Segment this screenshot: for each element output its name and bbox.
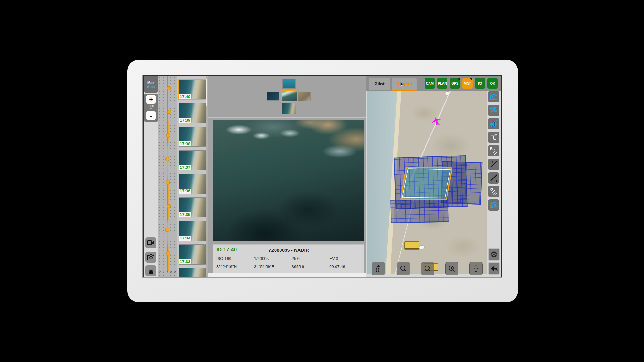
- scrollbar-thumb[interactable]: [206, 79, 207, 106]
- mode-manual-label[interactable]: Man: [147, 81, 154, 85]
- map-panel: Pilot Project CAM PLAN GPS MNT: [366, 76, 501, 277]
- mouse-cursor: [400, 82, 405, 88]
- overlap-minus-icon: -1: [489, 173, 498, 182]
- filmstrip-thumbnail[interactable]: 17:35: [179, 197, 206, 217]
- filmstrip-thumbnail[interactable]: 17:33: [179, 244, 206, 265]
- photo-capture-button[interactable]: [145, 252, 156, 263]
- preview-panel: ID 17:40 YZ000035 - NADIR ISO 160 1/2000…: [208, 76, 366, 277]
- survey-area-polygon[interactable]: [367, 91, 487, 274]
- photo-footprints-tool[interactable]: [488, 105, 499, 116]
- filmstrip-thumbnail[interactable]: 17:37: [179, 150, 206, 170]
- cam-label: CAM: [426, 81, 433, 85]
- ev-plus-button[interactable]: +: [146, 95, 156, 104]
- thumbnail-timestamp: 17:40: [179, 94, 191, 99]
- camera-capture-tool[interactable]: [488, 91, 499, 102]
- center-on-aircraft-button[interactable]: [372, 262, 385, 275]
- trash-icon: [147, 267, 155, 275]
- gps-corner-flag: [458, 78, 460, 80]
- thumbnail-timestamp: 17:35: [179, 212, 191, 217]
- scale-zero: 0: [165, 271, 169, 276]
- capture-time-value: 09:07:46: [326, 264, 364, 269]
- back-button[interactable]: [488, 262, 500, 275]
- status-mnt-button[interactable]: MNT: [462, 78, 473, 89]
- globe-icon: [490, 120, 498, 128]
- view-thumb-top[interactable]: [282, 79, 296, 89]
- mnt-corner-flag: [470, 78, 472, 80]
- filmstrip-thumbnail[interactable]: 17:34: [179, 221, 206, 241]
- filmstrip-thumbnail[interactable]: 17:39: [179, 103, 206, 123]
- view-thumb-right[interactable]: [298, 92, 311, 101]
- survey-hatch-icon: [490, 147, 498, 155]
- timeline-ev-curve[interactable]: [158, 76, 177, 271]
- overlap-minus-tool[interactable]: -1: [488, 172, 499, 184]
- scale-minus1: -1: [162, 271, 165, 276]
- gps-label: GPS: [451, 81, 458, 85]
- exposure-timeline[interactable]: -2 -1 0 +1 +2: [158, 76, 177, 277]
- svg-text:i: i: [491, 188, 492, 191]
- route-tool[interactable]: [488, 132, 499, 143]
- plan-label: PLAN: [438, 81, 447, 85]
- status-ok-button[interactable]: OK: [487, 78, 498, 89]
- delete-button[interactable]: [145, 265, 156, 276]
- filmstrip-thumbnail[interactable]: 17:40: [178, 79, 207, 100]
- iso-value: ISO 160: [213, 256, 251, 261]
- survey-hatch-tool[interactable]: [488, 145, 499, 156]
- camera-capture-icon: [490, 93, 498, 100]
- filmstrip-thumbnail[interactable]: 17:38: [179, 127, 206, 147]
- thumbnail-timestamp: 17:37: [179, 165, 191, 170]
- grid-mesh-tool[interactable]: [488, 199, 499, 211]
- video-record-button[interactable]: [145, 237, 156, 248]
- mode-auto-label[interactable]: Auto: [147, 85, 155, 89]
- map-topbar: Pilot Project CAM PLAN GPS MNT: [366, 76, 501, 91]
- ev-compensation-panel: + +0.0 EV -: [144, 94, 158, 122]
- zoom-in-button[interactable]: [446, 262, 458, 275]
- status-plan-button[interactable]: PLAN: [437, 78, 447, 89]
- zoom-out-icon: [400, 265, 407, 272]
- ev-value: +0.0: [144, 104, 158, 107]
- gear-icon: ⚙: [490, 250, 497, 259]
- view-thumb-bottom[interactable]: [282, 103, 296, 114]
- map-view[interactable]: [367, 91, 487, 274]
- zoom-in-icon: [448, 265, 456, 272]
- altitude-value: 3655 ft: [289, 264, 326, 269]
- ev-minus-button[interactable]: -: [146, 111, 156, 120]
- filmstrip-thumbnail-partial[interactable]: [179, 268, 206, 277]
- settings-button[interactable]: ⚙: [488, 248, 500, 261]
- photo-metadata-panel: ID 17:40 YZ000035 - NADIR ISO 160 1/2000…: [213, 244, 364, 273]
- longitude-value: 34°51'59"E: [251, 264, 289, 269]
- grid-mesh-icon: [490, 201, 498, 208]
- shutter-value: 1/2000s: [251, 256, 289, 261]
- center-aircraft-icon: [375, 265, 382, 273]
- mnt-label: MNT: [464, 81, 471, 85]
- zoom-search-button[interactable]: [421, 262, 434, 275]
- aperture-value: f/5.6: [289, 256, 326, 261]
- thumbnail-timestamp: 17:39: [179, 118, 191, 123]
- fit-extents-icon: [472, 265, 480, 273]
- zoom-out-button[interactable]: [397, 262, 410, 275]
- thumbnail-timestamp: 17:36: [179, 189, 191, 194]
- exposure-mode-toggle[interactable]: Man Auto: [144, 76, 158, 93]
- tab-pilot[interactable]: Pilot: [369, 78, 390, 90]
- status-button-bar: CAM PLAN GPS MNT I/O OK: [425, 78, 498, 89]
- photo-camera-icon: [147, 254, 155, 261]
- view-thumb-center-selected[interactable]: [281, 90, 297, 102]
- filmstrip-thumbnail[interactable]: 17:36: [179, 174, 206, 194]
- status-io-button[interactable]: I/O: [475, 78, 485, 89]
- fit-extents-button[interactable]: [470, 262, 482, 275]
- overlap-plus-icon: +1: [489, 160, 498, 169]
- panel-divider: [208, 117, 366, 118]
- overlap-plus-tool[interactable]: +1: [488, 159, 499, 170]
- aircraft-marker-icon[interactable]: [431, 116, 442, 126]
- globe-tool[interactable]: [488, 118, 499, 129]
- status-gps-button[interactable]: GPS: [450, 78, 460, 89]
- info-hatch-icon: i: [490, 187, 498, 195]
- photo-title: YZ000035 - NADIR: [213, 247, 364, 253]
- info-hatch-tool[interactable]: i: [488, 186, 499, 197]
- photo-preview[interactable]: [213, 120, 364, 241]
- exposure-rail: Man Auto + +0.0 EV -: [144, 76, 158, 277]
- view-thumb-left[interactable]: [267, 92, 279, 101]
- svg-text:+1: +1: [490, 161, 493, 164]
- video-camera-icon: [147, 239, 155, 246]
- timeline-ev-scale: -2 -1 0 +1 +2: [158, 271, 177, 276]
- status-cam-button[interactable]: CAM: [425, 78, 435, 89]
